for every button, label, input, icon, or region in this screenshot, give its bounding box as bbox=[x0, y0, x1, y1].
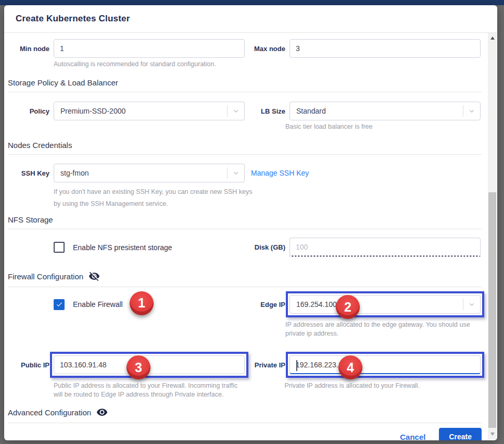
public-ip-label: Public IP bbox=[8, 361, 54, 369]
firewall-section-title: Firewall Configuration bbox=[8, 272, 83, 281]
ssh-helper-text: If you don't have an existing SSH Key, y… bbox=[54, 186, 482, 210]
max-node-input[interactable] bbox=[289, 39, 481, 58]
ssh-key-select-value: stg-fmon bbox=[60, 169, 227, 177]
manage-ssh-key-link[interactable]: Manage SSH Key bbox=[251, 169, 309, 177]
min-node-input[interactable] bbox=[54, 39, 245, 58]
ssh-key-row: SSH Key stg-fmon Manage SSH Key bbox=[8, 164, 482, 182]
annotation-box-private-ip: 4 bbox=[286, 352, 484, 378]
enable-firewall-checkbox[interactable] bbox=[54, 299, 65, 310]
policy-select[interactable]: Premium-SSD-2000 bbox=[54, 102, 245, 120]
dialog-title: Create Kubernetes Cluster bbox=[16, 14, 130, 24]
private-ip-input[interactable] bbox=[289, 355, 481, 374]
edge-ip-helper-text: IP addresses are allocated to the edge g… bbox=[285, 320, 484, 338]
nfs-checkbox-label: Enable NFS presistent storage bbox=[73, 243, 172, 252]
ssh-helper-line1: If you don't have an existing SSH Key, y… bbox=[54, 186, 482, 198]
storage-row: Policy Premium-SSD-2000 LB Size Standard bbox=[8, 102, 482, 120]
max-node-label: Max node bbox=[245, 45, 289, 53]
chevron-down-icon[interactable] bbox=[228, 107, 244, 115]
dialog-scrollbar[interactable] bbox=[488, 33, 497, 439]
enable-firewall-label: Enable Firewall bbox=[73, 300, 123, 309]
advanced-section-heading: Advanced Configuration bbox=[8, 406, 482, 423]
scrollbar-up-arrow-icon[interactable] bbox=[488, 34, 497, 42]
visibility-off-icon[interactable] bbox=[89, 270, 100, 282]
scrollbar-down-arrow-icon[interactable] bbox=[488, 430, 497, 438]
storage-section-heading: Storage Policy & Load Balancer bbox=[8, 78, 482, 92]
chevron-down-icon[interactable] bbox=[228, 169, 244, 177]
public-ip-helper-text: Public IP address is allocated to your F… bbox=[54, 381, 248, 399]
ssh-key-select[interactable]: stg-fmon bbox=[54, 164, 245, 182]
private-ip-label: Private IP bbox=[245, 361, 289, 369]
lb-size-select[interactable]: Standard bbox=[289, 102, 481, 120]
lb-size-select-value: Standard bbox=[296, 107, 463, 115]
private-ip-helper-text: Private IP address is allocated to your … bbox=[285, 381, 482, 399]
edge-ip-select[interactable]: 169.254.100.51 bbox=[289, 295, 481, 314]
lb-size-label: LB Size bbox=[245, 107, 289, 115]
cancel-button[interactable]: Cancel bbox=[400, 433, 425, 441]
chevron-down-icon[interactable] bbox=[463, 300, 480, 309]
firewall-section-heading: Firewall Configuration bbox=[8, 270, 482, 287]
dialog-header: Create Kubernetes Cluster bbox=[4, 5, 497, 33]
edge-ip-select-value: 169.254.100.51 bbox=[296, 300, 463, 309]
visibility-icon[interactable] bbox=[96, 406, 108, 418]
annotation-badge-3: 3 bbox=[127, 355, 150, 379]
ip-address-row: Public IP 3 Private IP 4 bbox=[8, 355, 482, 374]
node-count-row: Min node Max node bbox=[8, 39, 482, 58]
disk-gb-input bbox=[289, 238, 481, 257]
background-page-header bbox=[0, 0, 504, 5]
annotation-box-edge-ip: 169.254.100.51 2 bbox=[286, 291, 484, 317]
storage-section-title: Storage Policy & Load Balancer bbox=[8, 78, 118, 87]
nfs-section-title: NFS Storage bbox=[8, 215, 53, 224]
ssh-helper-line2: by using the SSH Management service. bbox=[54, 198, 482, 210]
ssh-key-label: SSH Key bbox=[8, 169, 54, 177]
chevron-down-icon[interactable] bbox=[463, 107, 480, 115]
advanced-section-title: Advanced Configuration bbox=[8, 408, 91, 417]
nfs-storage-checkbox[interactable] bbox=[54, 242, 65, 253]
scrollbar-thumb[interactable] bbox=[488, 192, 496, 428]
lb-helper-text: Basic tier load balancer is free bbox=[285, 122, 482, 131]
policy-select-value: Premium-SSD-2000 bbox=[60, 107, 227, 115]
annotation-box-public-ip: 3 bbox=[50, 352, 248, 378]
disk-gb-label: Disk (GB) bbox=[245, 243, 289, 251]
annotation-badge-4: 4 bbox=[338, 355, 362, 379]
edge-ip-label: Edge IP bbox=[245, 301, 289, 309]
credentials-section-heading: Nodes Credentials bbox=[8, 141, 482, 155]
policy-label: Policy bbox=[8, 107, 54, 115]
nfs-section-heading: NFS Storage bbox=[8, 215, 482, 229]
firewall-enable-row: Enable Firewall 1 Edge IP 169.254.100.51… bbox=[8, 295, 482, 314]
min-node-label: Min node bbox=[8, 45, 54, 53]
annotation-badge-1: 1 bbox=[130, 291, 154, 315]
text-cursor bbox=[296, 360, 297, 371]
create-button[interactable]: Create bbox=[439, 428, 482, 440]
autoscaling-helper-text: Autoscalling is recommended for standard… bbox=[54, 60, 482, 69]
create-kubernetes-cluster-dialog: Create Kubernetes Cluster Min node Max n… bbox=[4, 5, 497, 440]
nfs-row: Enable NFS presistent storage Disk (GB) bbox=[8, 238, 482, 257]
dialog-body: Min node Max node Autoscalling is recomm… bbox=[4, 33, 497, 440]
annotation-badge-2: 2 bbox=[336, 295, 360, 319]
dialog-footer: Cancel Create bbox=[8, 428, 482, 440]
credentials-section-title: Nodes Credentials bbox=[8, 141, 72, 150]
